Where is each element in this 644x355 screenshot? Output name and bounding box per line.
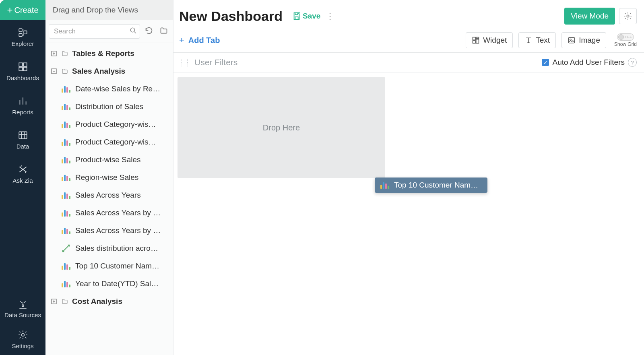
tree-item[interactable]: Sales distribution acro… bbox=[45, 239, 173, 257]
dashboard-toolbar: + Add Tab Widget Text Image OFF bbox=[173, 32, 644, 52]
nav-reports[interactable]: Reports bbox=[0, 89, 45, 123]
svg-rect-4 bbox=[23, 63, 27, 66]
view-mode-button[interactable]: View Mode bbox=[564, 8, 615, 25]
tree-item[interactable]: Region-wise Sales bbox=[45, 169, 173, 186]
svg-rect-5 bbox=[19, 67, 23, 71]
folder-cost-analysis[interactable]: Cost Analysis bbox=[45, 293, 173, 310]
tree-item[interactable]: Top 10 Customer Nam… bbox=[45, 257, 173, 275]
drop-here-label: Drop Here bbox=[263, 123, 300, 132]
folder-tables-reports[interactable]: Tables & Reports bbox=[45, 45, 173, 62]
widget-label: Widget bbox=[483, 36, 507, 45]
chart-icon bbox=[62, 85, 70, 93]
svg-rect-18 bbox=[473, 41, 476, 43]
toggle-knob bbox=[618, 34, 624, 40]
folder-sales-analysis[interactable]: Sales Analysis bbox=[45, 62, 173, 80]
folder-label: Sales Analysis bbox=[72, 67, 125, 76]
chart-icon bbox=[62, 103, 70, 110]
create-button[interactable]: + Create bbox=[0, 0, 45, 20]
chart-icon bbox=[62, 262, 70, 270]
nav-dashboards[interactable]: Dashboards bbox=[0, 54, 45, 89]
refresh-icon[interactable] bbox=[143, 25, 155, 38]
tree-item-label: Sales Across Years by … bbox=[75, 226, 161, 235]
nav-data-sources[interactable]: Data Sources bbox=[0, 293, 45, 324]
tree-item[interactable]: Date-wise Sales by Re… bbox=[45, 80, 173, 98]
data-icon bbox=[18, 130, 28, 140]
dragging-chip[interactable]: Top 10 Customer Name b… bbox=[375, 178, 487, 193]
nav-explorer[interactable]: Explorer bbox=[0, 20, 45, 54]
add-tab-button[interactable]: + Add Tab bbox=[179, 35, 220, 45]
widget-button[interactable]: Widget bbox=[466, 32, 513, 48]
scatter-icon bbox=[62, 244, 70, 253]
user-filters-bar: ⋮⋮⋮⋮ User Filters ✓ Auto Add User Filter… bbox=[173, 52, 644, 72]
tree-item[interactable]: Product Category-wis… bbox=[45, 133, 173, 151]
expand-icon[interactable] bbox=[50, 297, 58, 306]
image-button[interactable]: Image bbox=[561, 32, 606, 48]
tree-item[interactable]: Sales Across Years by … bbox=[45, 204, 173, 222]
create-label: Create bbox=[14, 6, 38, 15]
tree-item-label: Product-wise Sales bbox=[75, 155, 141, 164]
nav-column: + Create Explorer Dashboards Reports Dat… bbox=[0, 0, 45, 355]
views-panel: Drag and Drop the Views Tables & Reports bbox=[45, 0, 173, 355]
nav-settings[interactable]: Settings bbox=[0, 324, 45, 355]
drag-chip-label: Top 10 Customer Name b… bbox=[394, 181, 482, 190]
expand-icon[interactable] bbox=[50, 49, 58, 58]
chart-icon bbox=[62, 227, 70, 234]
chart-icon bbox=[380, 182, 389, 189]
tree-item-label: Product Category-wis… bbox=[75, 120, 156, 129]
reports-icon bbox=[18, 96, 28, 106]
tree-item[interactable]: Distribution of Sales bbox=[45, 98, 173, 116]
checkbox-checked-icon[interactable]: ✓ bbox=[542, 59, 549, 66]
folder-icon[interactable] bbox=[158, 25, 170, 38]
collapse-icon[interactable] bbox=[50, 67, 58, 76]
tree-item[interactable]: Product Category-wis… bbox=[45, 116, 173, 133]
tree-item[interactable]: Year to Date(YTD) Sal… bbox=[45, 275, 173, 293]
search-input[interactable] bbox=[49, 24, 140, 39]
search-icon[interactable] bbox=[130, 27, 137, 36]
nav-label: Data Sources bbox=[4, 312, 41, 318]
tree-item[interactable]: Sales Across Years by … bbox=[45, 222, 173, 239]
svg-rect-7 bbox=[19, 132, 27, 138]
svg-rect-19 bbox=[569, 37, 575, 43]
chart-icon bbox=[62, 174, 70, 181]
nav-ask-zia[interactable]: Ask Zia bbox=[0, 157, 45, 191]
grip-icon[interactable]: ⋮⋮⋮⋮ bbox=[178, 59, 191, 66]
tree-item-label: Region-wise Sales bbox=[75, 173, 138, 182]
settings-button[interactable] bbox=[619, 8, 637, 24]
widget-icon bbox=[472, 36, 480, 44]
svg-point-9 bbox=[21, 334, 24, 336]
more-menu-icon[interactable]: ⋮ bbox=[326, 11, 334, 21]
folder-icon bbox=[61, 50, 69, 58]
help-icon[interactable]: ? bbox=[628, 58, 637, 67]
toggle-off[interactable]: OFF bbox=[617, 33, 634, 41]
auto-add-filters[interactable]: ✓ Auto Add User Filters bbox=[542, 58, 625, 67]
chart-icon bbox=[62, 121, 70, 128]
save-label: Save bbox=[303, 12, 320, 21]
chart-icon bbox=[62, 192, 70, 199]
tree-item-label: Sales Across Years bbox=[75, 191, 141, 200]
nav-data[interactable]: Data bbox=[0, 123, 45, 157]
tree-item-label: Product Category-wis… bbox=[75, 138, 156, 147]
nav-spacer bbox=[0, 191, 45, 293]
tree-item-label: Distribution of Sales bbox=[75, 102, 143, 111]
nav-label: Dashboards bbox=[6, 74, 39, 81]
folder-label: Tables & Reports bbox=[72, 49, 134, 58]
svg-rect-6 bbox=[23, 67, 27, 71]
tree-item-label: Year to Date(YTD) Sal… bbox=[75, 279, 159, 288]
toggle-state: OFF bbox=[625, 35, 632, 39]
tree-item-label: Date-wise Sales by Re… bbox=[75, 85, 160, 93]
tree-item[interactable]: Sales Across Years bbox=[45, 186, 173, 204]
auto-add-label: Auto Add User Filters bbox=[552, 58, 625, 67]
app-root: + Create Explorer Dashboards Reports Dat… bbox=[0, 0, 644, 355]
tree-item[interactable]: Product-wise Sales bbox=[45, 151, 173, 169]
svg-point-8 bbox=[22, 305, 23, 306]
views-toolbar bbox=[45, 20, 173, 43]
tree-item-label: Top 10 Customer Nam… bbox=[75, 262, 159, 270]
dashboard-title: New Dashboard bbox=[179, 8, 283, 24]
text-button[interactable]: Text bbox=[518, 32, 556, 48]
dashboard-canvas[interactable]: Drop Here Top 10 Customer Name b… bbox=[173, 72, 644, 355]
show-grid-toggle[interactable]: OFF Show Grid bbox=[614, 33, 637, 47]
drop-zone[interactable]: Drop Here bbox=[178, 77, 385, 178]
save-button[interactable]: Save bbox=[292, 12, 320, 21]
svg-point-14 bbox=[627, 15, 629, 17]
dashboards-icon bbox=[18, 62, 28, 72]
